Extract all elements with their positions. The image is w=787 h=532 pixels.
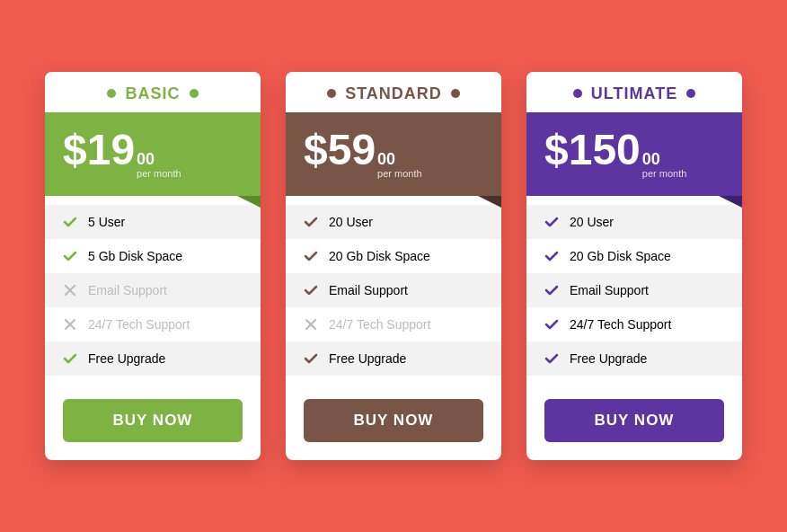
feature-text-standard-1: 20 Gb Disk Space: [329, 249, 430, 263]
feature-item-standard-2: Email Support: [286, 273, 501, 307]
check-icon-basic-1: [61, 247, 79, 265]
feature-text-basic-4: Free Upgrade: [88, 351, 165, 366]
check-icon-ultimate-2: [543, 281, 561, 299]
plan-footer-standard: BUY NOW: [286, 385, 501, 460]
plan-header-standard: STANDARD: [286, 72, 501, 112]
features-list-basic: 5 User5 Gb Disk SpaceEmail Support24/7 T…: [45, 196, 261, 385]
check-icon-standard-0: [302, 213, 320, 231]
feature-text-basic-2: Email Support: [88, 283, 167, 297]
feature-text-standard-2: Email Support: [329, 283, 408, 297]
price-fold-ultimate: [719, 196, 742, 208]
check-icon-ultimate-1: [543, 247, 561, 265]
feature-item-standard-1: 20 Gb Disk Space: [286, 239, 501, 273]
features-list-ultimate: 20 User20 Gb Disk SpaceEmail Support24/7…: [526, 196, 742, 385]
cross-icon-basic-3: [61, 315, 79, 333]
buy-button-basic[interactable]: BUY NOW: [63, 399, 243, 442]
plan-price-banner-basic: $1900per month: [45, 112, 261, 197]
feature-item-basic-4: Free Upgrade: [45, 341, 261, 376]
feature-item-ultimate-4: Free Upgrade: [526, 341, 742, 376]
price-fold-basic: [237, 196, 261, 208]
feature-item-ultimate-3: 24/7 Tech Support: [526, 307, 742, 341]
feature-text-ultimate-3: 24/7 Tech Support: [570, 317, 671, 332]
plan-cents-ultimate: 00: [642, 151, 660, 169]
plan-header-basic: BASIC: [45, 72, 261, 112]
feature-item-standard-0: 20 User: [286, 205, 501, 239]
feature-text-standard-3: 24/7 Tech Support: [329, 317, 430, 332]
feature-text-ultimate-2: Email Support: [570, 283, 649, 297]
feature-item-standard-3: 24/7 Tech Support: [286, 307, 501, 341]
feature-item-ultimate-1: 20 Gb Disk Space: [526, 239, 742, 273]
feature-item-basic-3: 24/7 Tech Support: [45, 307, 261, 341]
cross-icon-standard-3: [302, 315, 320, 333]
plan-price-banner-standard: $5900per month: [286, 112, 501, 197]
check-icon-ultimate-3: [543, 315, 561, 333]
feature-text-standard-0: 20 User: [329, 215, 373, 229]
buy-button-ultimate[interactable]: BUY NOW: [544, 399, 724, 442]
feature-text-basic-1: 5 Gb Disk Space: [88, 249, 182, 263]
check-icon-basic-4: [61, 350, 79, 368]
cross-icon-basic-2: [61, 281, 79, 299]
plan-dot-right-ultimate: [686, 89, 695, 98]
buy-button-standard[interactable]: BUY NOW: [304, 399, 483, 442]
pricing-container: BASIC$1900per month5 User5 Gb Disk Space…: [18, 36, 769, 497]
plan-period-ultimate: per month: [642, 168, 687, 180]
feature-item-basic-2: Email Support: [45, 273, 261, 307]
plan-name-standard: STANDARD: [345, 84, 442, 103]
plan-cents-basic: 00: [137, 151, 155, 169]
check-icon-standard-4: [302, 350, 320, 368]
plan-price-banner-ultimate: $15000per month: [526, 112, 742, 197]
feature-item-ultimate-0: 20 User: [526, 205, 742, 239]
feature-item-standard-4: Free Upgrade: [286, 341, 501, 376]
check-icon-ultimate-4: [543, 350, 561, 368]
feature-text-basic-3: 24/7 Tech Support: [88, 317, 190, 332]
plan-dot-right-standard: [451, 89, 460, 98]
plan-card-basic: BASIC$1900per month5 User5 Gb Disk Space…: [45, 72, 261, 461]
features-list-standard: 20 User20 Gb Disk SpaceEmail Support24/7…: [286, 196, 501, 385]
plan-card-ultimate: ULTIMATE$15000per month20 User20 Gb Disk…: [526, 72, 742, 461]
plan-period-standard: per month: [377, 168, 422, 180]
feature-text-standard-4: Free Upgrade: [329, 351, 406, 366]
plan-footer-basic: BUY NOW: [45, 385, 261, 460]
feature-text-ultimate-1: 20 Gb Disk Space: [570, 249, 671, 263]
plan-dot-left-standard: [327, 89, 336, 98]
check-icon-standard-2: [302, 281, 320, 299]
plan-footer-ultimate: BUY NOW: [526, 385, 742, 460]
check-icon-basic-0: [61, 213, 79, 231]
feature-text-basic-0: 5 User: [88, 215, 125, 229]
feature-text-ultimate-4: Free Upgrade: [570, 351, 647, 366]
plan-dot-right-basic: [190, 89, 199, 98]
plan-price-standard: $59: [304, 129, 376, 172]
plan-dot-left-ultimate: [573, 89, 582, 98]
plan-period-basic: per month: [137, 168, 181, 180]
plan-dot-left-basic: [107, 89, 116, 98]
plan-price-basic: $19: [63, 129, 135, 172]
plan-name-ultimate: ULTIMATE: [591, 84, 677, 103]
feature-item-basic-0: 5 User: [45, 205, 261, 239]
price-fold-standard: [478, 196, 501, 208]
plan-price-ultimate: $150: [544, 129, 641, 172]
feature-text-ultimate-0: 20 User: [570, 215, 614, 229]
plan-name-basic: BASIC: [125, 84, 180, 103]
plan-card-standard: STANDARD$5900per month20 User20 Gb Disk …: [286, 72, 501, 461]
plan-cents-standard: 00: [377, 151, 395, 169]
plan-header-ultimate: ULTIMATE: [526, 72, 742, 112]
check-icon-standard-1: [302, 247, 320, 265]
feature-item-basic-1: 5 Gb Disk Space: [45, 239, 261, 273]
check-icon-ultimate-0: [543, 213, 561, 231]
feature-item-ultimate-2: Email Support: [526, 273, 742, 307]
